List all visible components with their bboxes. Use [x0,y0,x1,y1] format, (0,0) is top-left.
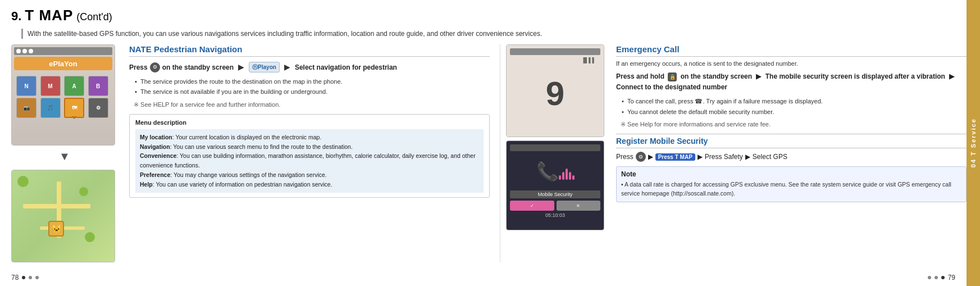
em-arrow2: ▶ [949,72,954,80]
menu-desc-navigation: : You can use various search menu to fin… [170,143,353,150]
em-press-hold: Press and hold [616,72,664,80]
call-screen-bar [510,144,600,151]
page-dot-4 [928,276,931,279]
bar-icon-1 [16,49,21,53]
bullet-1: The service provides the route to the de… [134,78,490,86]
nate-section: NATE Pedestrian Navigation Press ⊙ on th… [125,44,494,262]
grid-item-n: N [16,76,37,96]
call-btn-end: ✕ [557,201,601,211]
left-section: ePlaYon N M A B 📷 🎵 🗺 ⚙ [11,44,494,262]
page-subtitle: With the satellite-based GPS function, y… [21,29,969,39]
wave-bar-2 [562,172,564,180]
reg-arrow3: ▶ [745,153,750,161]
em-lock-icon: 🔒 [668,72,677,81]
page-container: 9. T MAP (Cont'd) With the satellite-bas… [0,0,980,286]
reg-arrow2: ▶ [698,153,703,161]
phone-images-col-right: ▐▌▌▌ 9 📞 [506,44,607,262]
em-standby: on the standby screen [681,72,752,80]
title-contd: (Cont'd) [76,11,112,23]
menu-item-help: Help: You can use variety of information… [140,180,479,189]
phone-image-top: ePlaYon N M A B 📷 🎵 🗺 ⚙ [11,44,115,146]
page-dot-2 [29,276,32,279]
grid-item-c: 📷 [16,98,37,118]
phone-image-right-top: ▐▌▌▌ 9 [506,44,604,137]
phone-screen-map: 🐱 [12,170,115,262]
menu-item-my-location: My location: Your current location is di… [140,133,479,142]
reg-safety: Press Safety [705,153,743,161]
em-bullet-1: To cancel the call, press ☎. Try again i… [621,97,967,106]
page-dot-1 [22,276,25,279]
page-num-left: 78 [11,274,39,282]
page-dot-5 [935,276,938,279]
page-dot-6 [941,276,945,279]
reg-select-gps: Select GPS [753,153,787,161]
call-time: 05:10:03 [510,212,600,218]
title-tmap: T MAP [25,7,73,24]
mobile-security-label: Mobile Security [510,190,600,198]
bar-icon-3 [29,49,33,53]
emergency-instruction: Press and hold 🔒 on the standby screen ▶… [616,71,967,93]
map-character: 🐱 [48,221,64,237]
sidebar-label: 04 T Service [970,118,977,167]
phone-icon-grid: N M A B 📷 🎵 🗺 ⚙ [14,74,112,120]
emergency-register-content: Emergency Call If an emergency occurs, a… [614,44,969,262]
grid-item-e: ⚙ [88,98,108,118]
phone-screen-top: ePlaYon N M A B 📷 🎵 🗺 ⚙ [12,45,115,145]
page-dot-3 [35,276,39,279]
bar-icon-2 [22,49,27,53]
phone-images-col: ePlaYon N M A B 📷 🎵 🗺 ⚙ [11,44,118,262]
menu-description-box: Menu description My location: Your curre… [129,114,490,198]
menu-desc-help: : You can use variety of information on … [153,181,332,188]
reg-press: Press [616,153,633,161]
bullet-2: The service is not available if you are … [134,88,490,96]
page-numbers: 78 79 [0,274,967,282]
arrow-1: ▶ [236,61,247,73]
note-box: Note • A data call rate is charged for a… [616,166,967,202]
grid-item-m: M [40,76,61,96]
call-bottom-bar: ✓ ✕ [510,201,600,211]
menu-label-help: Help [140,181,153,188]
menu-item-convenience: Convenience: You can use building inform… [140,151,479,170]
reg-tmap: Press T MAP [655,153,695,161]
phone-number-nine: 9 [510,74,600,113]
signal-icon: ▐▌▌▌ [581,57,596,63]
menu-desc-title: Menu description [135,119,484,126]
instruction-press: Press [129,62,148,72]
page-num-right: 79 [928,274,955,282]
map-tree-3 [85,232,95,242]
note-box-content: • A data call rate is charged for access… [621,180,961,198]
menu-item-navigation: Navigation: You can use various search m… [140,142,479,152]
call-icon-area: 📞 [510,155,600,188]
menu-label-navigation: Navigation [140,143,170,150]
nate-bullet-list: The service provides the route to the de… [129,78,490,97]
em-vibration: The mobile security screen is displayed … [765,72,945,80]
section-divider [500,44,500,262]
emergency-call-title: Emergency Call [616,44,967,57]
menu-desc-my-location: : Your current location is displayed on … [172,134,322,140]
phone-top-bar [14,47,112,55]
wave-bar-5 [572,175,575,180]
nate-instruction-line: Press ⊙ on the standby screen ▶ ⓝPlayon … [129,61,490,73]
grid-item-d: 🎵 [40,98,61,118]
instruction-button-icon: ⊙ [150,62,160,72]
register-instruction: Press ⊙ ▶ Press T MAP ▶ Press Safety ▶ S… [616,152,967,162]
instruction-select: Select navigation for pedestrian [295,62,397,72]
title-number: 9. [11,9,21,24]
map-tree-2 [79,187,88,196]
arrow-down: ▼ [11,150,118,163]
wave-bar-4 [569,172,571,180]
menu-label-convenience: Convenience [140,152,176,159]
note-box-title: Note [621,170,961,178]
grid-item-b: B [88,76,108,96]
phone-image-bottom: 🐱 [11,170,115,262]
main-content: ePlaYon N M A B 📷 🎵 🗺 ⚙ [11,44,969,262]
em-arrow1: ▶ [756,72,761,80]
register-mobile-security-title: Register Mobile Security [616,134,967,148]
em-connect: Connect to the designated number [616,83,727,91]
wave-bar-3 [566,169,568,180]
em-bullet-2: You cannot delete the default mobile sec… [621,108,967,116]
grid-item-highlighted: 🗺 [64,98,84,118]
nate-section-title: NATE Pedestrian Navigation [129,44,490,57]
emergency-subtitle: If an emergency occurs, a notice is sent… [616,60,967,67]
menu-label-my-location: My location [140,134,172,140]
